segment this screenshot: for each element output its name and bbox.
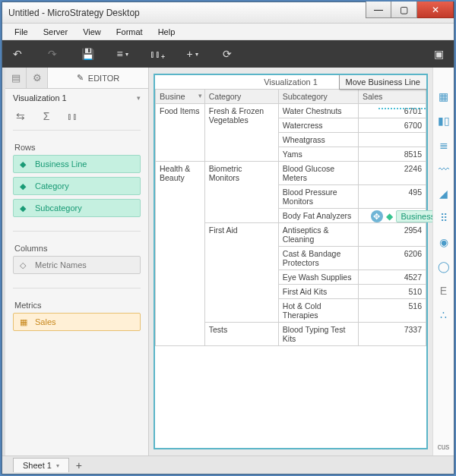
chart-button[interactable]: ⫾⫾₊: [150, 46, 165, 61]
menu-format[interactable]: Format: [110, 26, 149, 38]
drag-ghost-label: Business Line: [396, 210, 433, 222]
attribute-icon: ◆: [20, 203, 29, 213]
viz-line-icon[interactable]: 〰: [436, 162, 451, 177]
drag-ghost: ✥ ◆ Business Line: [371, 210, 433, 222]
close-button[interactable]: ✕: [417, 2, 454, 18]
visualization-frame[interactable]: Move Business Line Visualization 1 Busin…: [154, 74, 428, 449]
visualization-area: Move Business Line Visualization 1 Busin…: [149, 68, 432, 456]
attribute-icon: ◆: [386, 211, 393, 222]
col-header-category[interactable]: Category: [204, 90, 278, 104]
table-row: Food ItemsFresh & Frozen VegetablesWater…: [156, 104, 426, 118]
viz-selector[interactable]: Visualization 1 ▾: [5, 89, 148, 107]
metric-names-icon: ◇: [20, 260, 29, 270]
editor-actions: ⇆ Σ ⫾⫾: [5, 107, 148, 125]
table-row: Health & BeautyBiometric MonitorsBlood G…: [156, 162, 426, 185]
chevron-down-icon: ▾: [137, 94, 141, 102]
metrics-dropzone[interactable]: ▦Sales: [5, 313, 148, 340]
metrics-section-label: Metrics: [5, 293, 148, 313]
sort-icon: ▾: [198, 92, 202, 99]
visualization-gallery: ▦ ▮▯ ≣ 〰 ◢ ⠿ ◉ ◯ E ∴ cus: [432, 68, 454, 456]
sigma-icon[interactable]: Σ: [39, 109, 54, 124]
redo-button[interactable]: ↷: [45, 46, 60, 61]
viz-scatter-icon[interactable]: ⠿: [436, 210, 451, 225]
viz-area-icon[interactable]: ◢: [436, 186, 451, 201]
col-header-subcategory[interactable]: Subcategory: [278, 90, 358, 104]
tab-layers-icon[interactable]: ▤: [5, 68, 27, 88]
rows-section-label: Rows: [5, 135, 148, 155]
drop-indicator: [378, 108, 428, 109]
editor-panel: ▤ ⚙ ✎ EDITOR Visualization 1 ▾ ⇆ Σ ⫾⫾ Ro…: [5, 68, 149, 456]
minimize-button[interactable]: —: [366, 2, 391, 18]
viz-esri-icon[interactable]: E: [436, 283, 451, 298]
attribute-icon: ◆: [20, 181, 29, 191]
save-button[interactable]: 💾: [80, 46, 95, 61]
col-header-sales[interactable]: Sales: [358, 90, 426, 104]
add-button[interactable]: +: [185, 46, 200, 61]
toolbar: ↶ ↷ 💾 ≡ ⫾⫾₊ + ⟳ ▣: [2, 40, 454, 68]
viz-custom-label[interactable]: cus: [438, 443, 450, 451]
metric-icon: ▦: [20, 317, 29, 327]
columns-dropzone[interactable]: ◇Metric Names: [5, 256, 148, 283]
present-button[interactable]: ▣: [431, 46, 446, 61]
attribute-icon: ◆: [20, 159, 29, 169]
refresh-button[interactable]: ⟳: [220, 46, 235, 61]
tab-editor[interactable]: ✎ EDITOR: [48, 68, 148, 88]
header-row: Busine▾ Category Subcategory Sales: [156, 90, 426, 104]
columns-section-label: Columns: [5, 236, 148, 256]
chevron-down-icon: ▾: [56, 462, 59, 469]
data-button[interactable]: ≡: [115, 46, 130, 61]
rows-dropzone[interactable]: ◆Business Line ◆Category ◆Subcategory: [5, 155, 148, 226]
chip-metric-names[interactable]: ◇Metric Names: [13, 256, 141, 274]
menubar: File Server View Format Help: [2, 24, 454, 40]
chip-category[interactable]: ◆Category: [13, 177, 141, 195]
menu-help[interactable]: Help: [152, 26, 182, 38]
chip-subcategory[interactable]: ◆Subcategory: [13, 199, 141, 217]
viz-grid-icon[interactable]: ▦: [436, 89, 451, 104]
chip-sales[interactable]: ▦Sales: [13, 313, 141, 331]
tab-settings-icon[interactable]: ⚙: [27, 68, 48, 88]
tab-editor-label: EDITOR: [88, 74, 119, 83]
menu-server[interactable]: Server: [37, 26, 74, 38]
content-area: ▤ ⚙ ✎ EDITOR Visualization 1 ▾ ⇆ Σ ⫾⫾ Ro…: [2, 68, 454, 456]
editor-tabs: ▤ ⚙ ✎ EDITOR: [5, 68, 148, 89]
swap-icon[interactable]: ⇆: [13, 109, 28, 124]
viz-donut-icon[interactable]: ◯: [436, 259, 451, 274]
undo-button[interactable]: ↶: [10, 46, 25, 61]
menu-file[interactable]: File: [8, 26, 34, 38]
chip-business-line[interactable]: ◆Business Line: [13, 155, 141, 173]
add-sheet-button[interactable]: +: [70, 459, 88, 471]
viz-stack-icon[interactable]: ≣: [436, 137, 451, 153]
bars-icon[interactable]: ⫾⫾: [65, 109, 80, 124]
sheet-tab-1[interactable]: Sheet 1 ▾: [13, 458, 69, 472]
menu-view[interactable]: View: [77, 26, 107, 38]
app-window: Untitled - MicroStrategy Desktop — ▢ ✕ F…: [2, 2, 454, 474]
window-title: Untitled - MicroStrategy Desktop: [8, 8, 366, 18]
sheetbar: Sheet 1 ▾ +: [2, 456, 454, 474]
viz-network-icon[interactable]: ∴: [436, 307, 451, 323]
viz-bubble-icon[interactable]: ◉: [436, 235, 451, 250]
viz-selector-label: Visualization 1: [13, 93, 67, 102]
viz-bar-icon[interactable]: ▮▯: [436, 113, 451, 128]
maximize-button[interactable]: ▢: [391, 2, 417, 18]
window-controls: — ▢ ✕: [366, 2, 454, 23]
move-cursor-icon: ✥: [371, 210, 383, 222]
titlebar: Untitled - MicroStrategy Desktop — ▢ ✕: [2, 2, 454, 24]
drag-tooltip: Move Business Line: [339, 74, 427, 90]
pencil-icon: ✎: [77, 73, 84, 83]
sheet-tab-label: Sheet 1: [23, 461, 52, 470]
col-header-business-line[interactable]: Busine▾: [156, 90, 205, 104]
